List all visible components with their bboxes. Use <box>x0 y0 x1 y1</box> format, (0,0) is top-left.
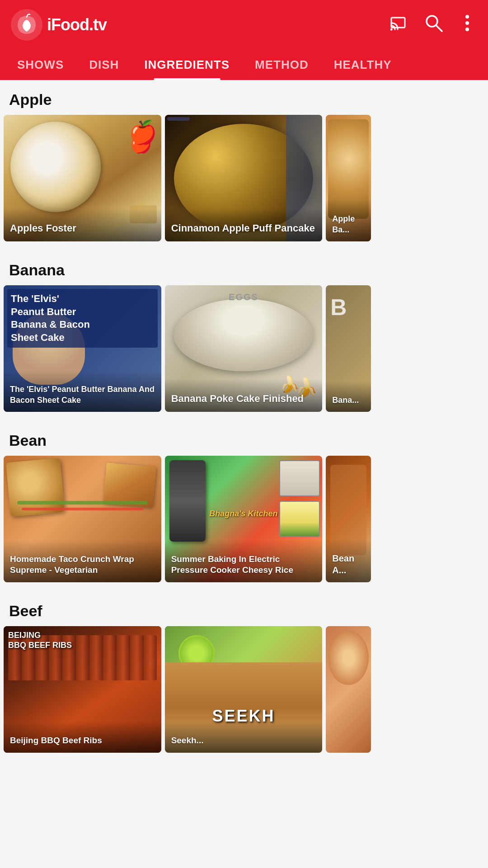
card-title: Homemade Taco Crunch Wrap Supreme - Vege… <box>10 554 155 576</box>
content-area: Apple 🍎 Apples Foster <box>0 80 488 762</box>
bean-cards-row: Homemade Taco Crunch Wrap Supreme - Vege… <box>0 456 488 591</box>
tab-healthy[interactable]: HEALTHY <box>321 50 404 80</box>
tab-dish[interactable]: DISH <box>76 50 131 80</box>
svg-point-2 <box>390 28 393 30</box>
card-title: Seekh... <box>171 735 316 746</box>
card-cinnamon-apple[interactable]: Cinnamon Apple Puff Pancake <box>165 115 323 241</box>
svg-line-4 <box>436 25 442 31</box>
card-elvis[interactable]: The 'Elvis'Peanut ButterBanana & BaconSh… <box>4 285 161 412</box>
cast-icon[interactable] <box>390 13 410 37</box>
beef-cards-row: BEIJINGBBQ BEEF RIBS Beijing BBQ Beef Ri… <box>0 626 488 762</box>
card-title: Apples Foster <box>10 222 155 235</box>
card-banana-poke[interactable]: 🍌 🍌 EGGS Banana Poke Cake Finished <box>165 285 323 412</box>
card-overlay: Homemade Taco Crunch Wrap Supreme - Vege… <box>4 540 161 582</box>
card-title: The 'Elvis' Peanut Butter Banana And Bac… <box>10 384 155 406</box>
card-overlay: Apple Ba... <box>326 200 371 241</box>
card-title: Beijing BBQ Beef Ribs <box>10 735 155 746</box>
section-beef: Beef BEIJINGBBQ BEEF RIBS Beijing BBQ Be… <box>0 591 488 762</box>
card-title: Cinnamon Apple Puff Pancake <box>171 222 316 235</box>
card-beijing-beef[interactable]: BEIJINGBBQ BEEF RIBS Beijing BBQ Beef Ri… <box>4 626 161 753</box>
card-overlay: Banana Poke Cake Finished <box>165 379 323 412</box>
logo-icon <box>11 9 42 41</box>
card-title: Bana... <box>332 395 365 406</box>
app-header: iFood.tv <box>0 0 488 50</box>
card-overlay: Cinnamon Apple Puff Pancake <box>165 208 323 241</box>
search-icon[interactable] <box>424 13 444 37</box>
tab-method[interactable]: METHOD <box>242 50 321 80</box>
tab-ingredients[interactable]: INGREDIENTS <box>131 50 242 80</box>
logo[interactable]: iFood.tv <box>11 9 107 41</box>
card-overlay: Seekh... <box>165 722 323 753</box>
card-title: Bean A... <box>332 552 365 576</box>
section-title-apple: Apple <box>0 80 488 115</box>
card-taco-wrap[interactable]: Homemade Taco Crunch Wrap Supreme - Vege… <box>4 456 161 582</box>
svg-point-5 <box>465 15 469 19</box>
card-overlay: Beijing BBQ Beef Ribs <box>4 722 161 753</box>
card-overlay: Bana... <box>326 382 371 412</box>
header-actions <box>390 13 477 37</box>
card-title: Summer Baking In Electric Pressure Cooke… <box>171 554 316 576</box>
section-title-beef: Beef <box>0 591 488 626</box>
card-apple-partial[interactable]: Apple Ba... <box>326 115 371 241</box>
section-banana: Banana The 'Elvis'Peanut ButterBanana & … <box>0 250 488 421</box>
card-overlay: Summer Baking In Electric Pressure Cooke… <box>165 540 323 582</box>
card-seekh[interactable]: SEEKH Seekh... <box>165 626 323 753</box>
apple-cards-row: 🍎 Apples Foster Cinnamon Apple Puff Pa <box>0 115 488 250</box>
banana-cards-row: The 'Elvis'Peanut ButterBanana & BaconSh… <box>0 285 488 421</box>
svg-point-6 <box>465 21 469 25</box>
section-apple: Apple 🍎 Apples Foster <box>0 80 488 250</box>
section-title-bean: Bean <box>0 421 488 456</box>
section-title-banana: Banana <box>0 250 488 285</box>
card-beef-partial[interactable] <box>326 626 371 753</box>
logo-text: iFood.tv <box>47 15 107 34</box>
card-title: Banana Poke Cake Finished <box>171 392 316 406</box>
svg-point-7 <box>465 28 469 31</box>
more-icon[interactable] <box>457 13 477 37</box>
section-bean: Bean Homemade Taco Crunch Wrap Supreme -… <box>0 421 488 591</box>
card-overlay: Bean A... <box>326 539 371 582</box>
tab-bar: SHOWS DISH INGREDIENTS METHOD HEALTHY <box>0 50 488 80</box>
card-cheesy-rice[interactable]: Bhagna's Kitchen Summer Baking In Electr… <box>165 456 323 582</box>
card-bean-partial[interactable]: Bean A... <box>326 456 371 582</box>
card-overlay: Apples Foster <box>4 208 161 241</box>
card-banana-partial[interactable]: B Bana... <box>326 285 371 412</box>
card-apples-foster[interactable]: 🍎 Apples Foster <box>4 115 161 241</box>
card-overlay: The 'Elvis' Peanut Butter Banana And Bac… <box>4 371 161 412</box>
tab-shows[interactable]: SHOWS <box>5 50 76 80</box>
card-title: Apple Ba... <box>332 214 365 235</box>
